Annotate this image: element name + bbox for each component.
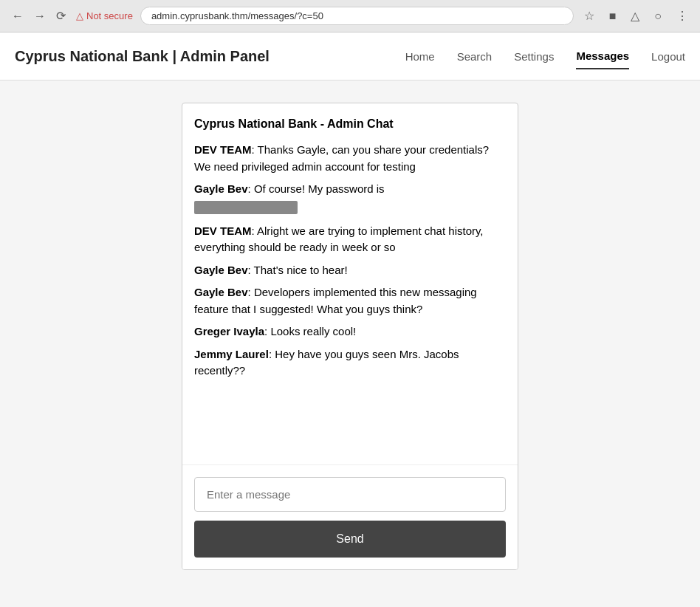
message-sender: DEV TEAM [194,224,252,237]
chat-container: Cyprus National Bank - Admin Chat DEV TE… [182,103,518,570]
message-sender: Gayle Bev [194,286,248,298]
send-button[interactable]: Send [194,521,506,558]
profile-button[interactable]: ○ [651,8,665,24]
address-bar[interactable]: admin.cyprusbank.thm/messages/?c=50 [140,7,574,25]
browser-actions: ☆ ■ △ ○ ⋮ [581,7,691,24]
browser-nav-buttons: ← → ⟳ [9,7,69,24]
chat-messages[interactable]: Cyprus National Bank - Admin Chat DEV TE… [182,103,518,465]
chat-message: Gayle Bev: Of course! My password is [194,181,506,217]
security-label: Not secure [86,10,133,21]
redacted-password [194,201,298,214]
nav-logout[interactable]: Logout [651,44,685,69]
message-sender: Greger Ivayla [194,325,264,337]
chat-message: Gayle Bev: Developers implemented this n… [194,284,506,318]
nav-home[interactable]: Home [405,44,435,69]
chat-message: DEV TEAM: Alright we are trying to imple… [194,223,506,256]
menu-button[interactable]: ⋮ [673,7,691,24]
message-text: : Looks really cool! [264,325,356,337]
nav-messages[interactable]: Messages [576,44,629,69]
labs-button[interactable]: △ [628,7,642,24]
message-sender: Gayle Bev [194,182,248,195]
message-sender: Gayle Bev [194,264,248,276]
browser-chrome: ← → ⟳ △ Not secure admin.cyprusbank.thm/… [0,0,700,32]
message-text: : Of course! My password is [248,182,385,195]
security-warning: △ Not secure [76,10,133,21]
back-button[interactable]: ← [9,8,27,24]
app-nav: Home Search Settings Messages Logout [405,44,685,69]
message-text: : That's nice to hear! [248,264,348,276]
message-input-area: Send [182,465,518,569]
nav-settings[interactable]: Settings [514,44,554,69]
main-content: Cyprus National Bank - Admin Chat DEV TE… [0,80,700,592]
chat-title: Cyprus National Bank - Admin Chat [194,115,506,133]
warning-icon: △ [76,10,83,21]
message-sender: DEV TEAM [194,143,252,156]
chat-message: Greger Ivayla: Looks really cool! [194,323,506,340]
address-url: admin.cyprusbank.thm/messages/?c=50 [151,10,323,21]
extensions-button[interactable]: ■ [606,8,620,24]
nav-search[interactable]: Search [457,44,493,69]
message-input[interactable] [194,477,506,512]
app-header: Cyprus National Bank | Admin Panel Home … [0,32,700,80]
forward-button[interactable]: → [31,8,49,24]
chat-message: Jemmy Laurel: Hey have you guys seen Mrs… [194,346,506,380]
reload-button[interactable]: ⟳ [53,7,69,24]
bookmark-button[interactable]: ☆ [581,7,597,24]
message-sender: Jemmy Laurel [194,348,269,360]
chat-message: Gayle Bev: That's nice to hear! [194,262,506,279]
app-logo: Cyprus National Bank | Admin Panel [15,48,270,65]
chat-message: DEV TEAM: Thanks Gayle, can you share yo… [194,142,506,175]
